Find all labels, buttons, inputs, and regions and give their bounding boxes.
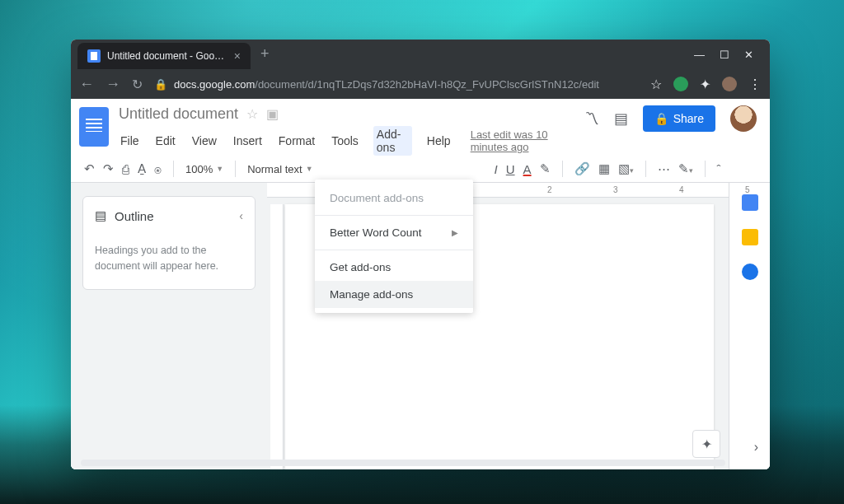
extension-beta-icon[interactable] [673,77,688,91]
bookmark-star-icon[interactable]: ☆ [650,77,662,92]
lock-icon: 🔒 [654,112,668,125]
profile-avatar-icon[interactable] [722,77,737,91]
google-docs-app: Untitled document ☆ ▣ File Edit View Ins… [71,99,770,469]
docs-header: Untitled document ☆ ▣ File Edit View Ins… [71,99,770,156]
outline-panel: ▤ Outline ‹ Headings you add to the docu… [71,183,262,469]
minimize-button[interactable]: — [694,49,705,61]
submenu-arrow-icon: ▶ [452,228,458,237]
highlight-icon[interactable]: ✎ [540,161,551,176]
zoom-select[interactable]: 100%▼ [185,163,223,175]
vertical-ruler[interactable] [270,204,284,469]
ruler-tick: 4 [679,185,684,194]
keep-icon[interactable] [742,229,758,245]
share-button[interactable]: 🔒 Share [643,105,715,132]
browser-tab[interactable]: Untitled document - Google Doc × [77,43,251,69]
horizontal-scrollbar[interactable] [81,460,725,466]
document-title[interactable]: Untitled document [119,105,238,123]
tab-title: Untitled document - Google Doc [107,50,227,62]
undo-icon[interactable]: ↶ [84,161,95,176]
url-field[interactable]: 🔒 docs.google.com/document/d/1nqTLzDqs7d… [154,78,639,91]
outline-title: Outline [115,209,154,223]
text-color-icon[interactable]: A [523,162,532,176]
move-folder-icon[interactable]: ▣ [266,106,279,122]
menu-help[interactable]: Help [425,133,452,149]
activity-icon[interactable]: 〽 [584,110,599,128]
outline-icon: ▤ [95,208,106,223]
ruler-tick: 5 [745,185,750,194]
italic-icon[interactable]: I [495,162,498,176]
menu-addons[interactable]: Add-ons [373,126,412,156]
insert-comment-icon[interactable]: ▦ [598,161,610,176]
maximize-button[interactable]: ☐ [720,49,729,61]
comments-icon[interactable]: ▤ [614,110,628,128]
menu-bar: File Edit View Insert Format Tools Add-o… [119,126,574,156]
dropdown-manage-addons[interactable]: Manage add-ons [315,281,473,308]
dropdown-get-addons[interactable]: Get add-ons [315,254,473,281]
last-edit-link[interactable]: Last edit was 10 minutes ago [471,128,574,153]
lock-icon: 🔒 [154,78,167,91]
extensions-icon[interactable]: ✦ [700,77,710,92]
close-window-button[interactable]: ✕ [744,49,753,61]
underline-icon[interactable]: U [506,162,515,176]
reload-button[interactable]: ↻ [132,77,143,92]
paint-format-icon[interactable]: ⍟ [154,162,162,176]
tasks-icon[interactable] [742,264,758,280]
ruler-tick: 3 [613,185,618,194]
menu-edit[interactable]: Edit [154,133,177,149]
close-tab-icon[interactable]: × [234,49,241,63]
hide-side-panel-icon[interactable]: › [754,440,758,455]
menu-view[interactable]: View [190,133,218,149]
hide-menus-icon[interactable]: ˆ [717,162,721,176]
address-bar: ← → ↻ 🔒 docs.google.com/document/d/1nqTL… [71,69,770,99]
redo-icon[interactable]: ↷ [103,161,114,176]
star-icon[interactable]: ☆ [246,106,258,122]
insert-image-icon[interactable]: ▧▾ [618,161,634,176]
url-text: docs.google.com/document/d/1nqTLzDqs7d32… [174,78,599,91]
dropdown-better-word-count[interactable]: Better Word Count▶ [315,219,473,246]
docs-favicon [87,49,101,63]
explore-button[interactable]: ✦ [692,430,720,458]
window-controls: — ☐ ✕ [684,49,763,61]
print-icon[interactable]: ⎙ [122,162,129,176]
forward-button[interactable]: → [106,76,120,93]
editing-mode-icon[interactable]: ✎▾ [678,161,693,176]
insert-link-icon[interactable]: 🔗 [574,161,590,176]
ruler-tick: 2 [547,185,552,194]
account-avatar[interactable] [730,105,757,132]
calendar-icon[interactable] [742,194,758,211]
chrome-window: Untitled document - Google Doc × + — ☐ ✕… [71,40,770,469]
dropdown-document-addons[interactable]: Document add-ons [315,184,473,212]
outline-hint: Headings you add to the document will ap… [95,243,243,278]
menu-insert[interactable]: Insert [232,133,264,149]
new-tab-button[interactable]: + [251,40,279,69]
collapse-outline-icon[interactable]: ‹ [239,209,243,222]
chrome-menu-icon[interactable]: ⋮ [748,77,762,92]
chrome-tab-bar: Untitled document - Google Doc × + — ☐ ✕ [71,40,770,69]
menu-tools[interactable]: Tools [330,133,360,149]
menu-file[interactable]: File [119,133,141,149]
docs-logo-icon[interactable] [79,107,109,147]
back-button[interactable]: ← [79,76,94,93]
addons-dropdown: Document add-ons Better Word Count▶ Get … [315,180,473,313]
menu-format[interactable]: Format [277,133,316,149]
side-panel [729,183,770,469]
share-label: Share [673,112,704,125]
spellcheck-icon[interactable]: A̱ [138,161,146,176]
more-icon[interactable]: ⋯ [658,161,670,176]
paragraph-style-select[interactable]: Normal text▼ [247,163,312,175]
